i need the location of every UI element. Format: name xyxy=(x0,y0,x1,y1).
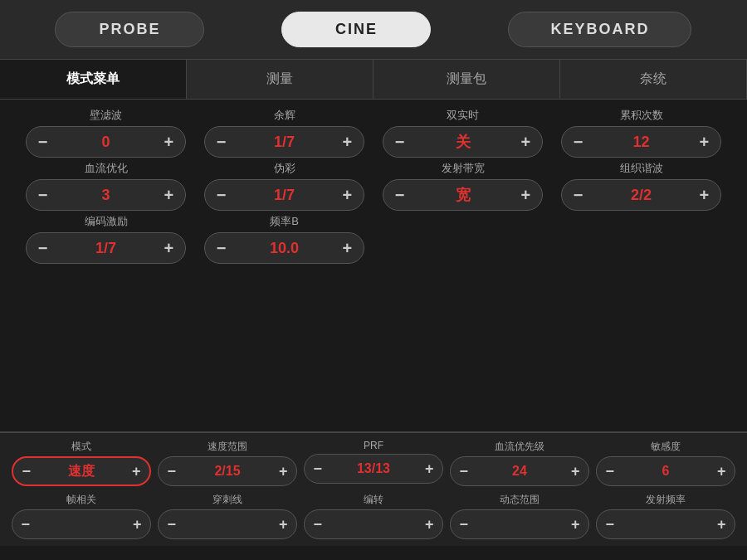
flow-optimize-plus[interactable]: + xyxy=(159,187,179,203)
encode-excite-minus[interactable]: − xyxy=(33,240,53,256)
cine-button[interactable]: CINE xyxy=(281,12,431,47)
freq-b-minus[interactable]: − xyxy=(212,240,232,256)
sensitivity-col: 敏感度 − 6 + xyxy=(593,440,739,486)
afterglow-plus[interactable]: + xyxy=(338,134,358,150)
flow-priority-plus[interactable]: + xyxy=(568,464,583,479)
mode-plus[interactable]: + xyxy=(129,464,144,479)
pseudo-color-minus[interactable]: − xyxy=(212,187,232,203)
prf-value: 13/13 xyxy=(325,461,422,476)
tissue-harmonic-minus[interactable]: − xyxy=(569,187,588,203)
flow-priority-value: 24 xyxy=(471,464,568,479)
encode-excite-group: 编码激励 − 1/7 + xyxy=(17,214,195,264)
wall-filter-plus[interactable]: + xyxy=(159,134,179,150)
tx-freq-stepper: − + xyxy=(596,509,735,539)
dynamic-range-col: 动态范围 − + xyxy=(447,493,593,539)
flow-optimize-value: 3 xyxy=(52,187,159,204)
encode-excite-value: 1/7 xyxy=(52,240,159,257)
control-row-3: 编码激励 − 1/7 + 频率B − 10.0 + xyxy=(17,214,730,264)
tx-freq-minus[interactable]: − xyxy=(602,517,618,532)
flow-priority-label: 血流优先级 xyxy=(495,440,544,454)
dynamic-range-plus[interactable]: + xyxy=(568,517,583,532)
flow-priority-minus[interactable]: − xyxy=(456,464,471,479)
tx-freq-col: 发射频率 − + xyxy=(593,493,739,539)
steering-label: 编转 xyxy=(364,493,383,507)
velocity-range-col: 速度范围 − 2/15 + xyxy=(154,440,300,486)
tx-freq-plus[interactable]: + xyxy=(714,517,730,532)
dynamic-range-stepper: − + xyxy=(450,509,588,539)
puncture-line-stepper: − + xyxy=(158,509,296,539)
flow-optimize-group: 血流优化 − 3 + xyxy=(17,161,195,211)
tx-bandwidth-value: 宽 xyxy=(409,185,515,205)
dual-realtime-stepper: − 关 + xyxy=(383,126,544,158)
tx-bandwidth-minus[interactable]: − xyxy=(390,187,410,203)
puncture-line-minus[interactable]: − xyxy=(164,517,179,532)
tx-bandwidth-group: 发射带宽 − 宽 + xyxy=(374,161,552,211)
encode-excite-plus[interactable]: + xyxy=(159,240,179,256)
tissue-harmonic-group: 组织谐波 − 2/2 + xyxy=(552,161,730,211)
tabs-row: 模式菜单 测量 测量包 奈统 xyxy=(0,60,747,100)
wall-filter-minus[interactable]: − xyxy=(33,134,53,150)
mode-value: 速度 xyxy=(34,463,129,480)
tab-measure[interactable]: 测量 xyxy=(187,60,374,99)
accumulate-count-label: 累积次数 xyxy=(620,108,663,123)
dual-realtime-plus[interactable]: + xyxy=(516,134,536,150)
sensitivity-value: 6 xyxy=(618,464,714,479)
control-row-2: 血流优化 − 3 + 伪彩 − 1/7 + 发射带宽 − 宽 + 组织谐波 xyxy=(17,161,730,211)
flow-optimize-stepper: − 3 + xyxy=(26,179,187,211)
sensitivity-stepper: − 6 + xyxy=(596,456,735,486)
puncture-line-plus[interactable]: + xyxy=(276,517,291,532)
frame-correlation-plus[interactable]: + xyxy=(129,517,145,532)
wall-filter-group: 壁滤波 − 0 + xyxy=(17,108,195,158)
dual-realtime-minus[interactable]: − xyxy=(390,134,410,150)
velocity-range-minus[interactable]: − xyxy=(164,464,179,479)
encode-excite-label: 编码激励 xyxy=(85,214,128,229)
sensitivity-plus[interactable]: + xyxy=(714,464,730,479)
prf-minus[interactable]: − xyxy=(310,461,325,476)
accumulate-count-minus[interactable]: − xyxy=(569,134,588,150)
dynamic-range-minus[interactable]: − xyxy=(456,517,471,532)
pseudo-color-stepper: − 1/7 + xyxy=(204,179,365,211)
prf-col: PRF − 13/13 + xyxy=(300,440,447,486)
tx-bandwidth-label: 发射带宽 xyxy=(442,161,485,176)
freq-b-plus[interactable]: + xyxy=(338,240,358,256)
afterglow-group: 余辉 − 1/7 + xyxy=(195,108,374,158)
mode-minus[interactable]: − xyxy=(18,464,34,479)
probe-button[interactable]: PROBE xyxy=(55,12,204,47)
velocity-range-stepper: − 2/15 + xyxy=(158,456,296,486)
velocity-range-plus[interactable]: + xyxy=(276,464,291,479)
puncture-line-label: 穿刺线 xyxy=(212,493,242,507)
prf-plus[interactable]: + xyxy=(422,461,437,476)
velocity-range-label: 速度范围 xyxy=(208,440,247,454)
frame-correlation-minus[interactable]: − xyxy=(17,517,33,532)
steering-col: 编转 − + xyxy=(300,493,447,539)
steering-plus[interactable]: + xyxy=(422,517,437,532)
keyboard-button[interactable]: KEYBOARD xyxy=(508,12,691,47)
dynamic-range-label: 动态范围 xyxy=(500,493,540,507)
puncture-line-col: 穿刺线 − + xyxy=(154,493,300,539)
freq-b-label: 频率B xyxy=(270,214,299,229)
accumulate-count-plus[interactable]: + xyxy=(695,134,715,150)
tissue-harmonic-label: 组织谐波 xyxy=(620,161,663,176)
tx-freq-label: 发射频率 xyxy=(646,493,686,507)
afterglow-minus[interactable]: − xyxy=(212,134,232,150)
velocity-range-value: 2/15 xyxy=(179,464,276,479)
wall-filter-value: 0 xyxy=(52,134,159,151)
mode-stepper: − 速度 + xyxy=(12,456,150,486)
afterglow-stepper: − 1/7 + xyxy=(204,126,365,158)
bottom-section: 模式 − 速度 + 速度范围 − 2/15 + PRF − 13/13 + xyxy=(0,431,747,546)
flow-optimize-minus[interactable]: − xyxy=(33,187,53,203)
tx-bandwidth-plus[interactable]: + xyxy=(516,187,536,203)
pseudo-color-plus[interactable]: + xyxy=(338,187,358,203)
sensitivity-label: 敏感度 xyxy=(651,440,681,454)
freq-b-value: 10.0 xyxy=(231,240,337,257)
tissue-harmonic-plus[interactable]: + xyxy=(695,187,715,203)
tab-mode-menu[interactable]: 模式菜单 xyxy=(0,60,187,99)
tab-measure-pack[interactable]: 测量包 xyxy=(374,60,560,99)
wall-filter-stepper: − 0 + xyxy=(26,126,187,158)
steering-minus[interactable]: − xyxy=(310,517,325,532)
afterglow-value: 1/7 xyxy=(231,134,337,151)
control-row-1: 壁滤波 − 0 + 余辉 − 1/7 + 双实时 − 关 + 累积次数 xyxy=(17,108,730,158)
tab-system[interactable]: 奈统 xyxy=(560,60,747,99)
sensitivity-minus[interactable]: − xyxy=(602,464,618,479)
accumulate-count-value: 12 xyxy=(588,134,694,151)
